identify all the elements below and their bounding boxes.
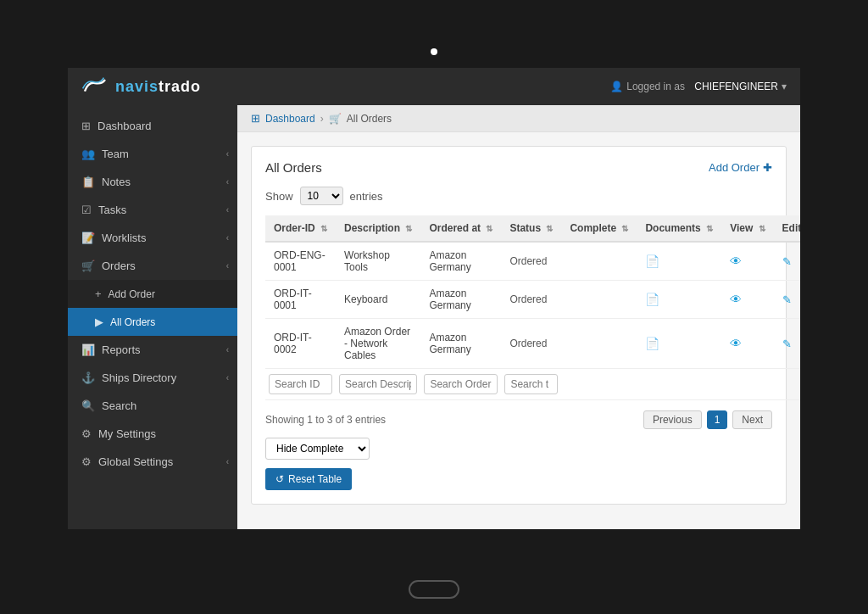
sidebar-item-ships-directory[interactable]: ⚓ Ships Directory ‹	[68, 364, 237, 392]
cell-status: Ordered	[501, 242, 561, 281]
document-icon[interactable]: 📄	[645, 293, 659, 306]
navbar: navistrado 👤 Logged in as CHIEFENGINEER …	[68, 68, 800, 105]
reset-table-button[interactable]: ↺ Reset Table	[265, 468, 352, 490]
search-empty-2	[637, 369, 721, 400]
edit-icon[interactable]: ✎	[782, 338, 792, 350]
reset-icon: ↺	[275, 473, 284, 485]
table-footer: Showing 1 to 3 of 3 entries Previous 1 N…	[265, 410, 772, 429]
cell-ordered-at: Amazon Germany	[420, 281, 501, 319]
document-icon[interactable]: 📄	[645, 337, 659, 350]
search-status-input[interactable]	[504, 374, 558, 394]
next-button[interactable]: Next	[732, 410, 772, 429]
search-empty-1	[561, 369, 637, 400]
pagination: Previous 1 Next	[643, 410, 772, 429]
view-icon[interactable]: 👁	[730, 337, 742, 350]
col-description[interactable]: Description ⇅	[336, 215, 420, 242]
cell-description: Amazon Order - Network Cables	[336, 319, 420, 369]
page-number[interactable]: 1	[707, 410, 728, 429]
sidebar-item-reports[interactable]: 📊 Reports ‹	[68, 336, 237, 364]
sidebar-item-search[interactable]: 🔍 Search	[68, 392, 237, 420]
chevron-icon: ‹	[226, 177, 229, 187]
cell-documents: 📄	[637, 242, 721, 281]
col-complete[interactable]: Complete ⇅	[561, 215, 637, 242]
search-status-cell	[501, 369, 561, 400]
search-ordered-input[interactable]	[424, 374, 498, 394]
sidebar-item-my-settings[interactable]: ⚙ My Settings	[68, 420, 237, 448]
orders-icon: 🛒	[81, 260, 95, 272]
cell-complete	[561, 319, 637, 369]
sort-icon: ⇅	[759, 224, 765, 233]
entries-select[interactable]: 10 25 50 100	[300, 187, 343, 205]
tasks-icon: ☑	[81, 204, 92, 216]
search-row	[265, 369, 800, 400]
add-order-button[interactable]: Add Order ✚	[709, 161, 772, 174]
sidebar-item-team[interactable]: 👥 Team ‹	[68, 140, 237, 168]
status-dot	[431, 48, 437, 55]
brand-name: navistrado	[115, 78, 201, 96]
chevron-icon: ‹	[226, 205, 229, 215]
orders-table: Order-ID ⇅ Description ⇅ Ordered at ⇅ St…	[265, 215, 800, 400]
search-id-input[interactable]	[269, 374, 332, 394]
document-icon[interactable]: 📄	[645, 254, 659, 268]
col-view[interactable]: View ⇅	[721, 215, 773, 242]
sidebar-item-all-orders[interactable]: ▶ All Orders	[68, 308, 237, 336]
card-header: All Orders Add Order ✚	[265, 160, 772, 175]
view-icon[interactable]: 👁	[730, 293, 742, 306]
cell-documents: 📄	[637, 319, 721, 369]
cell-status: Ordered	[501, 319, 561, 369]
main-content: ⊞ Dashboard › 🛒 All Orders All Orders Ad…	[237, 105, 800, 529]
edit-icon[interactable]: ✎	[782, 293, 792, 306]
cell-order-id: ORD-IT-0001	[265, 281, 336, 319]
chevron-icon: ‹	[226, 149, 229, 159]
sidebar-item-worklists[interactable]: 📝 Worklists ‹	[68, 224, 237, 252]
sort-icon: ⇅	[486, 224, 492, 233]
bottom-pill	[409, 580, 459, 599]
sidebar-item-orders[interactable]: 🛒 Orders ‹	[68, 252, 237, 280]
ships-icon: ⚓	[81, 371, 95, 384]
sidebar-item-tasks[interactable]: ☑ Tasks ‹	[68, 196, 237, 224]
search-description-input[interactable]	[339, 374, 417, 394]
all-orders-icon: ▶	[95, 315, 103, 328]
cart-icon: 🛒	[329, 113, 342, 125]
cell-order-id: ORD-IT-0002	[265, 319, 336, 369]
sort-icon: ⇅	[320, 224, 327, 233]
breadcrumb-separator: ›	[320, 113, 324, 125]
chevron-icon: ‹	[226, 457, 229, 466]
sort-icon: ⇅	[405, 224, 412, 233]
cell-ordered-at: Amazon Germany	[420, 242, 501, 281]
search-ordered-cell	[420, 369, 501, 400]
edit-icon[interactable]: ✎	[782, 255, 792, 268]
col-ordered-at[interactable]: Ordered at ⇅	[420, 215, 501, 242]
col-documents[interactable]: Documents ⇅	[637, 215, 721, 242]
app-container: navistrado 👤 Logged in as CHIEFENGINEER …	[68, 68, 800, 529]
sidebar-item-dashboard[interactable]: ⊞ Dashboard	[68, 112, 237, 140]
my-settings-icon: ⚙	[81, 427, 92, 440]
sidebar-item-global-settings[interactable]: ⚙ Global Settings ‹	[68, 448, 237, 476]
cell-ordered-at: Amazon Germany	[420, 319, 501, 369]
search-desc-cell	[336, 369, 420, 400]
cell-status: Ordered	[501, 281, 561, 319]
cell-edit: ✎	[774, 281, 800, 319]
reports-icon: 📊	[81, 343, 95, 356]
plus-icon: ✚	[763, 161, 772, 174]
view-icon[interactable]: 👁	[730, 254, 742, 268]
hide-complete-select[interactable]: Hide Complete Show Complete	[265, 438, 370, 460]
worklists-icon: 📝	[81, 232, 95, 244]
table-row: ORD-IT-0001 Keyboard Amazon Germany Orde…	[265, 281, 800, 319]
sort-icon: ⇅	[706, 224, 713, 233]
col-order-id[interactable]: Order-ID ⇅	[265, 215, 336, 242]
previous-button[interactable]: Previous	[643, 410, 702, 429]
col-status[interactable]: Status ⇅	[501, 215, 561, 242]
breadcrumb-home[interactable]: Dashboard	[265, 113, 315, 125]
col-edit[interactable]: Edit ⇅	[774, 215, 800, 242]
sidebar-item-add-order[interactable]: + Add Order	[68, 280, 237, 308]
layout: ⊞ Dashboard 👥 Team ‹ 📋 Notes ‹ ☑ Tasks ‹…	[68, 105, 800, 529]
show-entries: Show 10 25 50 100 entries	[265, 187, 772, 205]
user-dropdown-icon[interactable]: ▾	[782, 81, 787, 92]
cell-order-id: ORD-ENG-0001	[265, 242, 336, 281]
cell-description: Keyboard	[336, 281, 420, 319]
sidebar-item-notes[interactable]: 📋 Notes ‹	[68, 168, 237, 196]
brand-logo-icon	[81, 76, 108, 97]
cell-complete	[561, 281, 637, 319]
username-label: CHIEFENGINEER	[694, 81, 778, 92]
